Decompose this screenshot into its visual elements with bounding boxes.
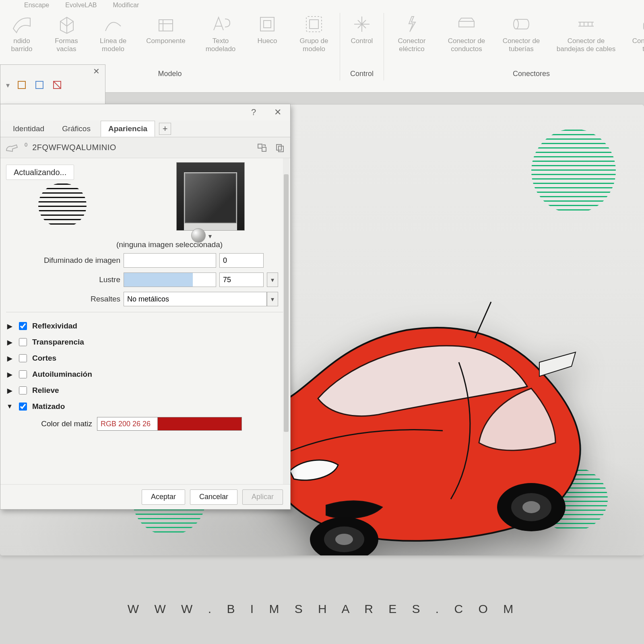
ribbon-btn-hueco[interactable]: Hueco [251,13,283,45]
cabletray-connector-icon [575,13,597,35]
palette-icon-1[interactable] [17,80,27,91]
scrollbar-thumb[interactable] [284,174,289,432]
conduit-connector-icon [640,13,644,35]
svg-line-6 [475,302,491,338]
select-resaltes[interactable] [124,292,267,306]
mini-palette[interactable]: ✕ ▾ [0,64,105,105]
lustre-dropdown-button[interactable]: ▾ [267,272,278,287]
chevron-down-icon[interactable]: ▾ [6,81,10,90]
chevron-down-icon[interactable]: ▼ [207,233,213,239]
tab-apariencia[interactable]: Apariencia [101,121,155,137]
palette-icon-3[interactable] [52,80,63,91]
svg-rect-4 [18,81,25,89]
checkbox-relieve[interactable] [19,386,27,394]
checkbox-matizado[interactable] [19,402,27,411]
tab-identidad[interactable]: Identidad [5,121,52,137]
ribbon-btn-label: Conector de bandejas de cables [557,37,616,53]
dialog-tabs: Identidad Gráficos Apariencia + [0,120,290,137]
chevron-right-icon: ▶ [6,371,13,378]
pipe-connector-icon [510,13,533,35]
duplicate-asset-icon[interactable] [273,142,286,153]
help-icon[interactable]: ? [247,107,260,118]
ribbon-btn-solido-barrido[interactable]: ndido barrido [6,13,38,53]
ribbon-btn-conector-bandejas[interactable]: Conector de bandejas de cables [554,13,618,53]
dialog-titlebar[interactable]: ? ✕ [0,104,290,120]
slider-lustre[interactable] [124,272,216,287]
checkbox-transparencia[interactable] [19,338,27,346]
section-reflexividad[interactable]: ▶ Reflexividad [6,318,285,334]
ribbon-btn-componente[interactable]: Componente [142,13,190,45]
ribbon-btn-label: Línea de modelo [100,37,126,53]
checkbox-reflexividad[interactable] [19,322,27,330]
ribbon-btn-control[interactable]: Control [346,13,378,45]
control-icon [351,13,373,35]
chevron-right-icon: ▶ [6,387,13,394]
section-cortes[interactable]: ▶ Cortes [6,350,285,366]
ribbon-btn-label: Conector de tuberías [503,37,540,53]
ribbon-group-title: Control [350,70,374,80]
menu-tabs: Enscape EvolveLAB Modificar [0,0,644,9]
close-icon[interactable]: ✕ [271,107,285,118]
menu-tab-modificar[interactable]: Modificar [113,2,139,9]
ribbon-btn-label: Componente [146,37,185,45]
checkbox-cortes[interactable] [19,354,27,362]
menu-tab-evolvelab[interactable]: EvolveLAB [65,2,97,9]
ok-button[interactable]: Aceptar [142,489,185,505]
component-icon [155,13,177,35]
add-tab-button[interactable]: + [159,123,171,135]
svg-rect-5 [36,81,43,89]
row-color-matiz: Color del matiz RGB 200 26 26 [24,417,285,431]
close-icon[interactable]: ✕ [91,66,102,76]
section-relieve[interactable]: ▶ Relieve [6,382,285,398]
decor-circle-top-right [531,129,616,213]
resaltes-dropdown-button[interactable]: ▾ [267,292,278,306]
material-editor-dialog[interactable]: ? ✕ Identidad Gráficos Apariencia + 0 2F… [0,104,291,510]
sweep-icon [10,13,33,35]
input-difuminado-value[interactable] [219,253,264,268]
ribbon-btn-linea-modelo[interactable]: Línea de modelo [95,13,131,53]
decor-circle-dialog [38,183,87,227]
menu-tab-enscape[interactable]: Enscape [24,2,49,9]
chevron-right-icon: ▶ [6,339,13,346]
section-matizado[interactable]: ▼ Matizado [6,398,285,415]
section-transparencia[interactable]: ▶ Transparencia [6,334,285,350]
palette-icon-2[interactable] [35,80,45,91]
preview-shape-swatch[interactable] [191,228,206,243]
cancel-button[interactable]: Cancelar [190,489,237,505]
chevron-down-icon: ▼ [6,403,13,410]
dialog-scrollbar[interactable] [283,158,289,484]
ribbon-btn-conector-conductos[interactable]: Conector de conductos [444,13,489,53]
slider-difuminado[interactable] [124,253,216,268]
ribbon-btn-conector-electrico[interactable]: Conector eléctrico [390,13,434,53]
ribbon-btn-label: ndido barrido [11,37,33,53]
color-matiz-field[interactable]: RGB 200 26 26 [97,417,242,431]
label-lustre: Lustre [6,275,120,284]
ribbon-group-conectores: Conector eléctrico Conector de conductos… [384,13,644,80]
ribbon-btn-label: Texto modelado [206,37,236,53]
section-label: Relieve [32,386,59,395]
input-lustre-value[interactable] [219,272,264,287]
ribbon-btn-conector-tuberias[interactable]: Conector de tuberías [499,13,543,53]
svg-point-2 [514,19,518,29]
ribbon-btn-grupo-modelo[interactable]: Grupo de modelo [294,13,334,53]
ribbon-btn-texto-modelado[interactable]: Texto modelado [200,13,241,53]
ribbon-btn-conector-tubos[interactable]: Conector de tubos [629,13,644,53]
chevron-right-icon: ▶ [6,355,13,362]
ribbon-btn-formas-vacias[interactable]: Formas vacías [48,13,85,53]
electrical-connector-icon [400,13,423,35]
tab-graficos[interactable]: Gráficos [54,121,98,137]
ribbon-btn-label: Control [351,37,373,45]
svg-rect-1 [310,20,318,29]
checkbox-autoiluminacion[interactable] [19,370,27,378]
color-matiz-swatch[interactable] [158,417,242,430]
replace-asset-icon[interactable] [256,142,268,153]
dialog-footer: Aceptar Cancelar Aplicar [0,484,290,509]
ribbon-btn-label: Conector de tubos [632,37,644,53]
section-label: Reflexividad [32,322,77,330]
svg-rect-13 [258,144,262,148]
ribbon-btn-label: Grupo de modelo [300,37,328,53]
apply-button[interactable]: Aplicar [242,489,283,505]
section-autoiluminacion[interactable]: ▶ Autoiluminación [6,366,285,382]
ribbon-btn-label: Formas vacías [55,37,78,53]
asset-thumbnail[interactable] [176,162,245,231]
